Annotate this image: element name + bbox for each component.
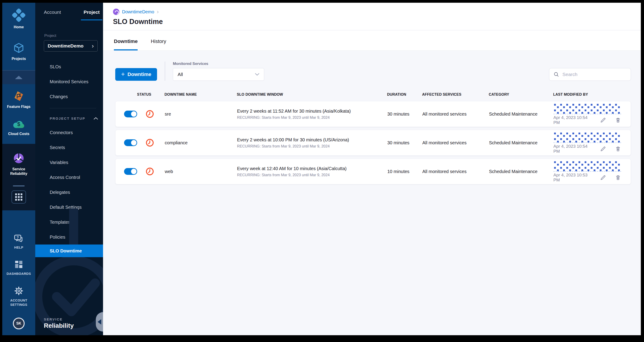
downtime-name: sre <box>165 112 237 117</box>
downtime-recurrence: RECURRING: Starts from Mar 9, 2023 until… <box>237 144 387 148</box>
breadcrumb: DowntimeDemo › <box>113 9 641 15</box>
tab-downtime[interactable]: Downtime <box>114 39 138 51</box>
project-selector-value: DowntimeDemo <box>48 43 84 49</box>
duration: 30 minutes <box>387 112 422 117</box>
rail-item-feature-flags[interactable]: Feature Flags <box>2 91 35 109</box>
last-modified-date: Apr 4, 2023 10:53 PM <box>554 173 591 183</box>
nav-item-monitored-services[interactable]: Monitored Services <box>35 74 103 89</box>
downtime-window: Every 2 weeks at 10:00 PM for 30 minutes… <box>237 137 387 143</box>
monitored-services-select[interactable]: All <box>173 68 264 81</box>
downtime-recurrence: RECURRING: Starts from Mar 9, 2023 until… <box>237 115 387 120</box>
user-avatar[interactable]: SK <box>13 317 25 329</box>
nav-item-default-settings[interactable]: Default Settings <box>35 200 103 215</box>
harness-home-icon <box>10 8 27 25</box>
nav-divider <box>50 108 96 108</box>
nav-item-delegates[interactable]: Delegates <box>35 185 103 200</box>
table-row[interactable]: web Every week at 12:40 AM for 10 minute… <box>115 159 631 184</box>
brand-reliability-label: Reliability <box>44 322 74 329</box>
rail-item-help[interactable]: ? HELP <box>2 234 35 249</box>
gear-icon <box>14 286 24 296</box>
nav-section-project-setup[interactable]: PROJECT SETUP <box>35 112 103 125</box>
recurring-clock-icon <box>146 138 154 147</box>
status-toggle[interactable] <box>124 168 137 175</box>
rail-collapse-strip[interactable] <box>2 70 35 84</box>
screenshot-frame: Home Projects Feature Fla <box>0 0 644 342</box>
rail-selected-module-section: Service Reliability <box>2 144 35 210</box>
rail-cloud-costs-label: Cloud Costs <box>8 132 30 136</box>
recurring-clock-icon <box>146 167 154 176</box>
module-rail: Home Projects Feature Fla <box>2 3 35 335</box>
affected-services: All monitored services <box>422 140 489 145</box>
downtime-window: Every week at 12:40 AM for 10 minutes (A… <box>237 166 387 171</box>
toolbar-divider <box>165 62 165 81</box>
pencil-icon <box>600 174 606 181</box>
redacted-user <box>554 103 621 114</box>
all-modules-button[interactable] <box>12 190 26 204</box>
rail-item-projects[interactable]: Projects <box>2 42 35 61</box>
nav-item-slo-downtime[interactable]: SLO Downtime <box>35 244 103 257</box>
rail-item-service-reliability[interactable]: Service Reliability <box>6 152 31 176</box>
rail-service-reliability-label: Service Reliability <box>6 167 31 176</box>
tab-account[interactable]: Account <box>44 10 61 20</box>
delete-button[interactable] <box>615 174 621 181</box>
category: Scheduled Maintenance <box>489 112 554 117</box>
edit-button[interactable] <box>600 146 606 152</box>
page-header: DowntimeDemo › SLO Downtime <box>103 3 641 30</box>
rail-item-dashboards[interactable]: DASHBOARDS <box>2 260 35 276</box>
edit-button[interactable] <box>600 174 606 181</box>
page-tab-bar: Downtime History <box>103 30 641 51</box>
downtime-window: Every 2 weeks at 11:52 AM for 30 minutes… <box>237 109 387 114</box>
col-header-duration: DURATION <box>387 93 422 97</box>
tab-history[interactable]: History <box>151 39 166 51</box>
table-header-row: STATUS DOWNTIME NAME SLO DOWNTIME WINDOW… <box>115 93 631 97</box>
main-content: DowntimeDemo › SLO Downtime Downtime His… <box>103 3 641 335</box>
status-toggle[interactable] <box>124 139 137 146</box>
help-chat-icon: ? <box>14 234 24 243</box>
rail-home-label: Home <box>14 25 24 30</box>
new-downtime-button[interactable]: + Downtime <box>115 68 157 81</box>
status-toggle[interactable] <box>124 111 137 117</box>
service-reliability-icon <box>13 152 25 164</box>
rail-item-cloud-costs[interactable]: $ Cloud Costs <box>2 119 35 136</box>
delete-button[interactable] <box>615 146 621 152</box>
redacted-user <box>554 160 621 172</box>
toolbar: + Downtime Monitored Services All <box>115 62 631 81</box>
nav-item-policies[interactable]: Policies <box>35 230 103 244</box>
col-header-slo-downtime-window: SLO DOWNTIME WINDOW <box>237 93 387 97</box>
col-header-affected-services: AFFECTED SERVICES <box>422 93 489 97</box>
nav-item-templates[interactable]: Templates <box>35 215 103 230</box>
plus-icon: + <box>121 71 125 77</box>
downtime-name: compliance <box>165 140 237 145</box>
dashboards-icon <box>14 260 23 269</box>
rail-divider <box>13 185 25 186</box>
rail-dashboards-label: DASHBOARDS <box>6 272 31 276</box>
nav-collapse-button[interactable] <box>96 312 103 331</box>
nav-item-slos[interactable]: SLOs <box>35 59 103 74</box>
nav-item-connectors[interactable]: Connectors <box>35 125 103 140</box>
nav-item-changes[interactable]: Changes <box>35 89 103 104</box>
search-input[interactable] <box>562 72 626 77</box>
tab-project[interactable]: Project <box>81 10 102 20</box>
table-row[interactable]: compliance Every 2 weeks at 10:00 PM for… <box>115 130 631 156</box>
pencil-icon <box>600 146 606 152</box>
rail-item-home[interactable]: Home <box>2 11 35 30</box>
project-selector[interactable]: DowntimeDemo › <box>44 40 98 52</box>
rail-item-account-settings[interactable]: ACCOUNTSETTINGS <box>2 286 35 307</box>
trash-icon <box>615 117 621 123</box>
nav-item-secrets[interactable]: Secrets <box>35 140 103 155</box>
svg-text:$: $ <box>17 121 20 127</box>
breadcrumb-project-link[interactable]: DowntimeDemo <box>122 9 154 15</box>
edit-button[interactable] <box>600 117 606 123</box>
nav-item-access-control[interactable]: Access Control <box>35 170 103 185</box>
col-header-last-modified-by: LAST MODIFIED BY <box>553 93 622 97</box>
cloud-costs-icon: $ <box>13 119 25 129</box>
downtime-recurrence: RECURRING: Starts from Mar 9, 2023 until… <box>237 173 387 177</box>
chevron-up-icon <box>15 76 22 79</box>
last-modified-date: Apr 4, 2023 10:54 PM <box>554 115 591 125</box>
delete-button[interactable] <box>615 117 621 123</box>
table-row[interactable]: sre Every 2 weeks at 11:52 AM for 30 min… <box>115 101 631 127</box>
category: Scheduled Maintenance <box>489 140 554 145</box>
brand-service-label: SERVICE <box>44 317 74 321</box>
redacted-user <box>554 132 621 143</box>
nav-item-variables[interactable]: Variables <box>35 155 103 170</box>
